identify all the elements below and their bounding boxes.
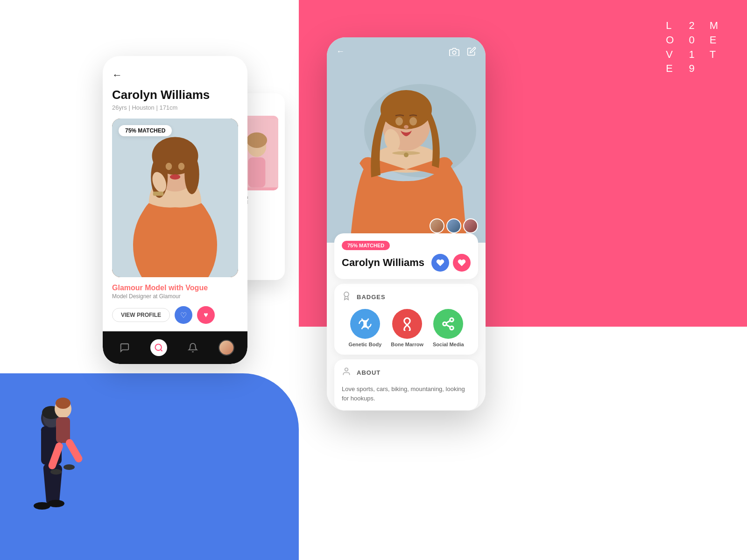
svg-point-48 [450, 318, 454, 322]
couple-illustration [14, 385, 107, 537]
edit-icon[interactable] [467, 47, 476, 58]
svg-point-16 [50, 469, 62, 475]
svg-point-26 [170, 174, 181, 179]
about-card: ABOUT Love sports, cars, biking, mountan… [334, 359, 478, 410]
right-top-icon-group [449, 47, 476, 58]
photo-thumbnails [430, 218, 478, 233]
svg-point-25 [178, 163, 185, 170]
about-header: ABOUT [342, 367, 471, 378]
right-phone-content: 75% MATCHED Carolyn Williams [327, 233, 486, 411]
svg-point-49 [443, 322, 447, 326]
matched-badge: 75% MATCHED [119, 125, 172, 136]
badge-label-social: Social Media [433, 342, 464, 347]
svg-point-41 [409, 117, 417, 126]
about-section-title: ABOUT [357, 369, 381, 376]
profile-nav-avatar[interactable] [218, 340, 234, 356]
about-section-icon [342, 367, 353, 378]
badges-row: Genetic Body Bone Marrow [342, 309, 471, 347]
about-text: Love sports, cars, biking, mountaning, l… [342, 385, 471, 403]
svg-point-46 [452, 51, 456, 54]
svg-point-42 [404, 125, 409, 129]
badges-header: BADGES [342, 291, 471, 302]
badges-section-title: BADGES [357, 294, 386, 301]
svg-point-11 [56, 398, 70, 409]
like-button-right[interactable] [431, 254, 449, 272]
right-phone-top-icons: ← [327, 47, 486, 58]
bio-title: Glamour Model with Vogue [112, 284, 238, 292]
matched-badge-pink: 75% MATCHED [342, 241, 390, 250]
svg-point-39 [381, 90, 432, 129]
profile-action-icons [431, 254, 471, 272]
back-button[interactable]: ← [112, 69, 238, 81]
svg-rect-33 [248, 157, 266, 187]
badge-section-icon [342, 291, 353, 302]
bell-nav-icon[interactable] [184, 339, 201, 356]
heart-button-right[interactable] [453, 254, 471, 272]
thumbnail-2[interactable] [446, 218, 461, 233]
badges-card: BADGES Genetic Body [334, 284, 478, 355]
profile-name-card: 75% MATCHED Carolyn Williams [334, 233, 478, 279]
profile-name: Carolyn Williams [112, 88, 238, 102]
svg-point-15 [63, 464, 75, 470]
thumbnail-3[interactable] [463, 218, 478, 233]
svg-point-7 [48, 500, 64, 507]
love-word: L O V E [666, 19, 675, 76]
love-met-branding: L O V E 2 0 1 9 M E T [666, 19, 719, 76]
met-word: M E T [710, 19, 719, 76]
svg-point-40 [395, 117, 403, 126]
profile-actions: VIEW PROFILE ♡ ♥ [112, 306, 238, 324]
year-2019: 2 0 1 9 [689, 19, 695, 76]
chat-nav-icon[interactable] [116, 339, 133, 356]
thumbnail-1[interactable] [430, 218, 444, 233]
profile-photo: 75% MATCHED [112, 119, 238, 277]
badge-bone-marrow: Bone Marrow [391, 309, 423, 347]
svg-point-47 [344, 292, 349, 297]
svg-rect-14 [64, 438, 84, 464]
svg-rect-28 [153, 192, 164, 196]
badge-icon-social [433, 309, 463, 339]
heart-button[interactable]: ♥ [197, 306, 215, 324]
svg-point-24 [166, 163, 172, 170]
view-profile-button[interactable]: VIEW PROFILE [112, 308, 170, 322]
right-back-button[interactable]: ← [336, 47, 345, 58]
left-panel: ← Carolyn Williams 26yrs | Houston | 171… [0, 0, 299, 560]
svg-point-51 [345, 368, 348, 371]
bio-subtitle: Model Designer at Glamour [112, 293, 238, 300]
camera-icon[interactable] [449, 47, 459, 58]
search-nav-icon[interactable] [150, 339, 167, 356]
profile-name-large: Carolyn Williams [342, 257, 424, 269]
profile-meta: 26yrs | Houston | 171cm [112, 104, 238, 111]
svg-point-32 [247, 133, 267, 148]
badge-icon-genetic [350, 309, 380, 339]
svg-point-50 [450, 326, 454, 330]
svg-rect-12 [56, 417, 70, 443]
profile-bio: Glamour Model with Vogue Model Designer … [112, 284, 238, 300]
badge-label-bone: Bone Marrow [391, 342, 423, 347]
badge-genetic-body: Genetic Body [348, 309, 381, 347]
svg-point-45 [404, 153, 409, 157]
right-phone-photo: ← [327, 37, 486, 243]
phone-right-mockup: ← [327, 37, 486, 411]
phone-left-mockup: ← Carolyn Williams 26yrs | Houston | 171… [103, 56, 247, 364]
right-panel: L O V E 2 0 1 9 M E T [299, 0, 747, 560]
like-button[interactable]: ♡ [175, 306, 192, 324]
svg-point-23 [184, 154, 199, 195]
badge-label-genetic: Genetic Body [348, 342, 381, 347]
svg-point-29 [155, 344, 161, 350]
badge-social-media: Social Media [433, 309, 464, 347]
badge-icon-bone [392, 309, 422, 339]
bottom-navigation [103, 331, 247, 364]
